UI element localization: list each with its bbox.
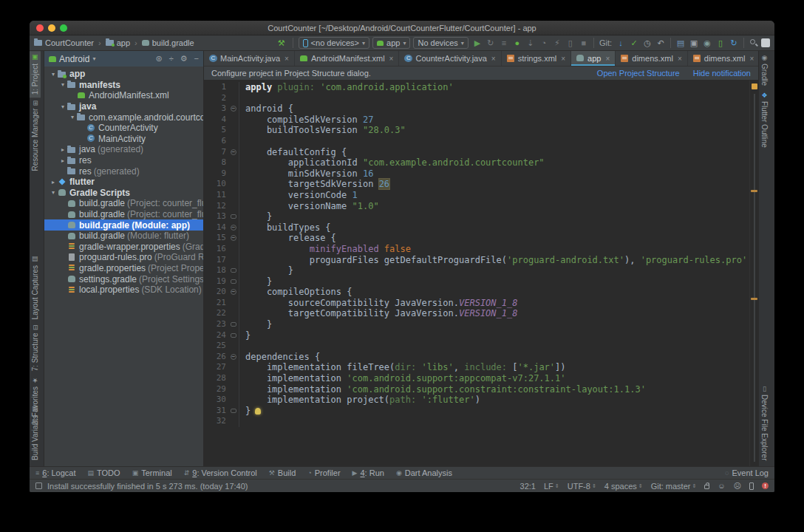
line-number[interactable]: 20: [204, 287, 229, 298]
git-history-button[interactable]: ◷: [641, 38, 653, 48]
code-line[interactable]: 19 }: [204, 276, 749, 287]
code-editor[interactable]: 1apply plugin: 'com.android.application'…: [204, 81, 749, 466]
line-ending-selector[interactable]: LF⇕: [544, 482, 559, 491]
fold-collapse-icon[interactable]: −: [231, 106, 236, 112]
git-update-button[interactable]: ↓: [615, 38, 627, 47]
tree-row[interactable]: settings.gradle(Project Settings): [44, 273, 203, 284]
line-number[interactable]: 21: [204, 298, 229, 309]
breadcrumb-project[interactable]: CourtCounter: [34, 38, 94, 47]
line-number[interactable]: 28: [204, 373, 229, 384]
sdk-manager-button[interactable]: ↻: [728, 38, 740, 48]
line-number[interactable]: 4: [204, 115, 229, 126]
device-selector-dropdown[interactable]: <no devices> ▾: [299, 37, 369, 49]
code-line[interactable]: 2: [204, 93, 749, 104]
line-number[interactable]: 16: [204, 244, 229, 255]
code-line[interactable]: 20− compileOptions {: [204, 287, 749, 298]
close-tab-icon[interactable]: ×: [561, 55, 565, 63]
device-status-icon[interactable]: [749, 482, 754, 490]
tree-row[interactable]: AndroidManifest.xml: [44, 90, 203, 101]
inspection-indicator[interactable]: [752, 83, 757, 89]
toolwindow-button-dart-analysis[interactable]: ◉Dart Analysis: [396, 468, 452, 477]
intention-bulb-icon[interactable]: [255, 408, 261, 415]
line-number[interactable]: 3: [204, 103, 229, 115]
search-everywhere-button[interactable]: [761, 38, 770, 47]
line-number[interactable]: 23: [204, 319, 229, 330]
chevron-down-icon[interactable]: ▾: [92, 55, 95, 62]
line-number[interactable]: 22: [204, 308, 229, 319]
apply-changes-button[interactable]: ↻: [485, 38, 497, 48]
caret-position[interactable]: 32:1: [520, 482, 536, 491]
close-tab-icon[interactable]: ×: [749, 55, 754, 63]
feedback-sad-icon[interactable]: ☹: [734, 482, 741, 490]
toolwindow-button-todo[interactable]: ▤TODO: [88, 468, 120, 477]
locate-icon[interactable]: ⊛: [155, 54, 162, 64]
gear-icon[interactable]: ⚙: [180, 54, 188, 64]
collapse-all-icon[interactable]: ÷: [169, 54, 174, 64]
line-number[interactable]: 25: [204, 341, 229, 352]
tree-row[interactable]: CCounterActivity: [44, 123, 203, 134]
search-icon[interactable]: [749, 38, 758, 47]
line-number[interactable]: 31: [204, 406, 229, 417]
close-tab-icon[interactable]: ×: [389, 55, 394, 63]
toolwindow-button-profiler[interactable]: ◔Profiler: [307, 468, 340, 477]
tree-right-arrow-icon[interactable]: ▸: [58, 146, 67, 153]
open-project-structure-link[interactable]: Open Project Structure: [597, 69, 680, 78]
line-number[interactable]: 12: [204, 201, 229, 212]
code-line[interactable]: 14− buildTypes {: [204, 222, 749, 233]
tab-counteractivity-java[interactable]: CounterActivity.java×: [399, 51, 501, 66]
close-tab-icon[interactable]: ×: [605, 55, 610, 63]
line-number[interactable]: 27: [204, 362, 229, 373]
close-tab-icon[interactable]: ×: [491, 55, 496, 63]
line-number[interactable]: 10: [204, 179, 229, 190]
tab-dimens-xml[interactable]: dimens.xml×: [688, 51, 760, 66]
fold-end-icon[interactable]: [231, 333, 236, 338]
build-hammer-icon[interactable]: ⚒: [276, 38, 287, 48]
fold-end-icon[interactable]: [231, 322, 236, 327]
tree-row[interactable]: res(generated): [44, 166, 203, 177]
tree-row[interactable]: ▾com.example.android.courtcounter: [44, 112, 203, 123]
fold-collapse-icon[interactable]: −: [231, 235, 236, 241]
code-line[interactable]: 9 minSdkVersion 16: [204, 168, 749, 180]
hide-panel-icon[interactable]: −: [194, 54, 199, 64]
project-view-selector[interactable]: Android: [59, 54, 89, 64]
code-line[interactable]: 17 proguardFiles getDefaultProguardFile(…: [204, 255, 749, 266]
close-tab-icon[interactable]: ×: [285, 55, 289, 63]
error-indicator[interactable]: !: [762, 482, 769, 489]
code-line[interactable]: 6: [204, 136, 749, 147]
code-line[interactable]: 27 implementation fileTree(dir: 'libs', …: [204, 362, 749, 373]
editor-scrollbar[interactable]: [749, 81, 758, 466]
sync-files-button[interactable]: ▤: [675, 38, 687, 48]
code-line[interactable]: 7− defaultConfig {: [204, 147, 749, 158]
tool-strip-button-gradle[interactable]: ◉Gradle: [759, 51, 770, 89]
line-number[interactable]: 14: [204, 222, 229, 233]
tree-row[interactable]: build.gradle (Module: app): [44, 219, 203, 231]
toolwindow-button--run[interactable]: ▶4: Run: [352, 468, 384, 477]
line-number[interactable]: 32: [204, 416, 229, 427]
close-tab-icon[interactable]: ×: [678, 55, 682, 63]
code-line[interactable]: 3−android {: [204, 103, 749, 115]
profiler-button[interactable]: ◔: [538, 38, 550, 47]
toolwindow-button-terminal[interactable]: ▣Terminal: [132, 468, 172, 477]
tree-row[interactable]: proguard-rules.pro(ProGuard Rules: [44, 252, 203, 263]
tool-strip-button-layout-captures[interactable]: Layout Captures▤: [30, 253, 41, 322]
fold-collapse-icon[interactable]: −: [231, 149, 236, 155]
code-line[interactable]: 4 compileSdkVersion 27: [204, 115, 749, 126]
tree-row[interactable]: build.gradle(Module: flutter): [44, 231, 203, 242]
code-line[interactable]: 5 buildToolsVersion "28.0.3": [204, 125, 749, 136]
scrollbar-warning-mark[interactable]: [751, 298, 757, 300]
readonly-lock-icon[interactable]: [704, 485, 709, 489]
tree-down-arrow-icon[interactable]: ▾: [49, 71, 58, 78]
line-number[interactable]: 11: [204, 190, 229, 201]
attach-debugger-button[interactable]: ⚡: [551, 38, 563, 48]
line-number[interactable]: 13: [204, 211, 229, 222]
code-line[interactable]: 29 implementation 'com.android.support.c…: [204, 384, 749, 395]
code-line[interactable]: 11 versionCode 1: [204, 190, 749, 201]
fold-collapse-icon[interactable]: −: [231, 225, 236, 231]
line-number[interactable]: 15: [204, 233, 229, 244]
line-number[interactable]: 30: [204, 395, 229, 406]
fold-end-icon[interactable]: [231, 268, 236, 273]
layout-inspector-button[interactable]: ▣: [688, 38, 700, 48]
toolwindow-toggle-icon[interactable]: [35, 482, 42, 489]
toolwindow-button--version-control[interactable]: ⇵9: Version Control: [184, 468, 257, 477]
code-line[interactable]: 15− release {: [204, 233, 749, 244]
